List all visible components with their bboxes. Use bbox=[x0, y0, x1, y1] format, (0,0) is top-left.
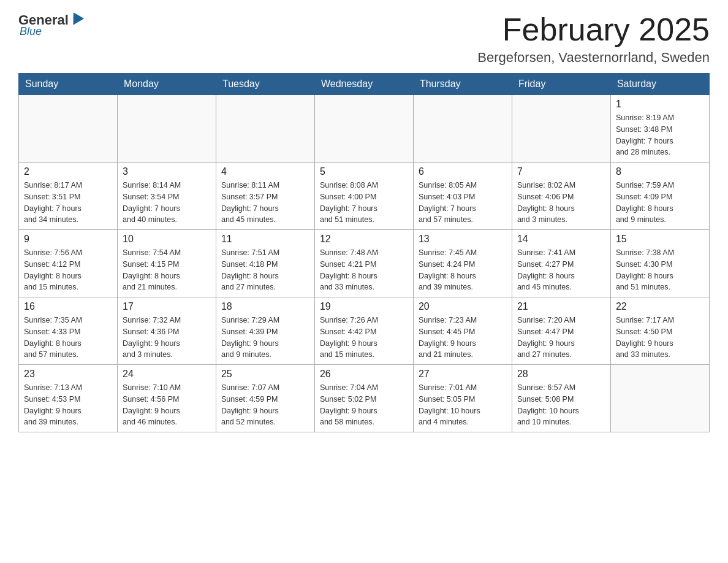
calendar-cell: 28Sunrise: 6:57 AM Sunset: 5:08 PM Dayli… bbox=[512, 365, 610, 432]
day-info: Sunrise: 7:17 AM Sunset: 4:50 PM Dayligh… bbox=[616, 315, 704, 361]
week-row-5: 23Sunrise: 7:13 AM Sunset: 4:53 PM Dayli… bbox=[19, 365, 710, 432]
day-info: Sunrise: 7:35 AM Sunset: 4:33 PM Dayligh… bbox=[24, 315, 112, 361]
week-row-1: 1Sunrise: 8:19 AM Sunset: 3:48 PM Daylig… bbox=[19, 95, 710, 163]
week-row-4: 16Sunrise: 7:35 AM Sunset: 4:33 PM Dayli… bbox=[19, 297, 710, 365]
day-number: 26 bbox=[320, 369, 408, 380]
day-number: 25 bbox=[221, 369, 309, 380]
day-header-friday: Friday bbox=[512, 74, 610, 95]
day-header-thursday: Thursday bbox=[413, 74, 512, 95]
day-number: 17 bbox=[123, 301, 211, 312]
location-text: Bergeforsen, Vaesternorrland, Sweden bbox=[477, 50, 710, 66]
day-number: 16 bbox=[24, 301, 112, 312]
day-info: Sunrise: 7:48 AM Sunset: 4:21 PM Dayligh… bbox=[320, 247, 408, 293]
calendar-table: SundayMondayTuesdayWednesdayThursdayFrid… bbox=[18, 73, 710, 432]
day-number: 12 bbox=[320, 234, 408, 245]
day-info: Sunrise: 7:26 AM Sunset: 4:42 PM Dayligh… bbox=[320, 315, 408, 361]
calendar-cell: 13Sunrise: 7:45 AM Sunset: 4:24 PM Dayli… bbox=[413, 230, 512, 297]
day-info: Sunrise: 7:13 AM Sunset: 4:53 PM Dayligh… bbox=[24, 382, 112, 428]
day-info: Sunrise: 7:29 AM Sunset: 4:39 PM Dayligh… bbox=[221, 315, 309, 361]
day-number: 24 bbox=[123, 369, 211, 380]
calendar-cell bbox=[413, 95, 512, 163]
calendar-cell: 4Sunrise: 8:11 AM Sunset: 3:57 PM Daylig… bbox=[216, 163, 314, 230]
day-number: 11 bbox=[221, 234, 309, 245]
month-title: February 2025 bbox=[477, 12, 710, 47]
day-number: 5 bbox=[320, 166, 408, 177]
calendar-cell: 27Sunrise: 7:01 AM Sunset: 5:05 PM Dayli… bbox=[413, 365, 512, 432]
calendar-cell: 3Sunrise: 8:14 AM Sunset: 3:54 PM Daylig… bbox=[117, 163, 216, 230]
day-number: 6 bbox=[419, 166, 507, 177]
calendar-cell: 19Sunrise: 7:26 AM Sunset: 4:42 PM Dayli… bbox=[314, 297, 413, 365]
day-number: 10 bbox=[123, 234, 211, 245]
day-number: 27 bbox=[419, 369, 507, 380]
calendar-cell: 9Sunrise: 7:56 AM Sunset: 4:12 PM Daylig… bbox=[19, 230, 118, 297]
week-row-2: 2Sunrise: 8:17 AM Sunset: 3:51 PM Daylig… bbox=[19, 163, 710, 230]
day-info: Sunrise: 8:19 AM Sunset: 3:48 PM Dayligh… bbox=[616, 112, 704, 158]
day-number: 15 bbox=[616, 234, 704, 245]
calendar-cell bbox=[216, 95, 314, 163]
day-info: Sunrise: 8:11 AM Sunset: 3:57 PM Dayligh… bbox=[221, 180, 309, 226]
calendar-cell: 2Sunrise: 8:17 AM Sunset: 3:51 PM Daylig… bbox=[19, 163, 118, 230]
day-number: 9 bbox=[24, 234, 112, 245]
calendar-cell: 24Sunrise: 7:10 AM Sunset: 4:56 PM Dayli… bbox=[117, 365, 216, 432]
day-number: 22 bbox=[616, 301, 704, 312]
calendar-cell: 8Sunrise: 7:59 AM Sunset: 4:09 PM Daylig… bbox=[610, 163, 709, 230]
calendar-cell: 10Sunrise: 7:54 AM Sunset: 4:15 PM Dayli… bbox=[117, 230, 216, 297]
day-header-saturday: Saturday bbox=[610, 74, 709, 95]
day-info: Sunrise: 7:07 AM Sunset: 4:59 PM Dayligh… bbox=[221, 382, 309, 428]
calendar-cell: 15Sunrise: 7:38 AM Sunset: 4:30 PM Dayli… bbox=[610, 230, 709, 297]
day-info: Sunrise: 7:51 AM Sunset: 4:18 PM Dayligh… bbox=[221, 247, 309, 293]
day-info: Sunrise: 7:54 AM Sunset: 4:15 PM Dayligh… bbox=[123, 247, 211, 293]
day-info: Sunrise: 7:56 AM Sunset: 4:12 PM Dayligh… bbox=[24, 247, 112, 293]
day-info: Sunrise: 6:57 AM Sunset: 5:08 PM Dayligh… bbox=[517, 382, 605, 428]
day-info: Sunrise: 8:08 AM Sunset: 4:00 PM Dayligh… bbox=[320, 180, 408, 226]
calendar-cell bbox=[314, 95, 413, 163]
day-info: Sunrise: 8:14 AM Sunset: 3:54 PM Dayligh… bbox=[123, 180, 211, 226]
day-number: 3 bbox=[123, 166, 211, 177]
day-number: 8 bbox=[616, 166, 704, 177]
day-number: 13 bbox=[419, 234, 507, 245]
title-section: February 2025 Bergeforsen, Vaesternorrla… bbox=[477, 12, 710, 66]
calendar-cell: 11Sunrise: 7:51 AM Sunset: 4:18 PM Dayli… bbox=[216, 230, 314, 297]
day-info: Sunrise: 8:17 AM Sunset: 3:51 PM Dayligh… bbox=[24, 180, 112, 226]
calendar-cell: 12Sunrise: 7:48 AM Sunset: 4:21 PM Dayli… bbox=[314, 230, 413, 297]
day-info: Sunrise: 8:02 AM Sunset: 4:06 PM Dayligh… bbox=[517, 180, 605, 226]
calendar-cell bbox=[610, 365, 709, 432]
day-info: Sunrise: 7:41 AM Sunset: 4:27 PM Dayligh… bbox=[517, 247, 605, 293]
calendar-cell bbox=[19, 95, 118, 163]
day-info: Sunrise: 7:10 AM Sunset: 4:56 PM Dayligh… bbox=[123, 382, 211, 428]
day-number: 18 bbox=[221, 301, 309, 312]
calendar-cell: 25Sunrise: 7:07 AM Sunset: 4:59 PM Dayli… bbox=[216, 365, 314, 432]
calendar-cell: 14Sunrise: 7:41 AM Sunset: 4:27 PM Dayli… bbox=[512, 230, 610, 297]
day-header-tuesday: Tuesday bbox=[216, 74, 314, 95]
day-info: Sunrise: 7:45 AM Sunset: 4:24 PM Dayligh… bbox=[419, 247, 507, 293]
calendar-cell: 26Sunrise: 7:04 AM Sunset: 5:02 PM Dayli… bbox=[314, 365, 413, 432]
calendar-cell: 1Sunrise: 8:19 AM Sunset: 3:48 PM Daylig… bbox=[610, 95, 709, 163]
page-header: General Blue February 2025 Bergeforsen, … bbox=[18, 12, 710, 66]
day-number: 4 bbox=[221, 166, 309, 177]
calendar-cell: 6Sunrise: 8:05 AM Sunset: 4:03 PM Daylig… bbox=[413, 163, 512, 230]
day-number: 19 bbox=[320, 301, 408, 312]
day-info: Sunrise: 8:05 AM Sunset: 4:03 PM Dayligh… bbox=[419, 180, 507, 226]
day-info: Sunrise: 7:04 AM Sunset: 5:02 PM Dayligh… bbox=[320, 382, 408, 428]
day-number: 28 bbox=[517, 369, 605, 380]
calendar-cell: 5Sunrise: 8:08 AM Sunset: 4:00 PM Daylig… bbox=[314, 163, 413, 230]
calendar-cell bbox=[117, 95, 216, 163]
day-number: 7 bbox=[517, 166, 605, 177]
calendar-cell: 17Sunrise: 7:32 AM Sunset: 4:36 PM Dayli… bbox=[117, 297, 216, 365]
logo-blue-text: Blue bbox=[20, 25, 42, 38]
calendar-cell: 20Sunrise: 7:23 AM Sunset: 4:45 PM Dayli… bbox=[413, 297, 512, 365]
day-header-wednesday: Wednesday bbox=[314, 74, 413, 95]
day-info: Sunrise: 7:59 AM Sunset: 4:09 PM Dayligh… bbox=[616, 180, 704, 226]
day-header-monday: Monday bbox=[117, 74, 216, 95]
day-number: 21 bbox=[517, 301, 605, 312]
logo: General Blue bbox=[18, 12, 83, 38]
day-number: 23 bbox=[24, 369, 112, 380]
day-number: 1 bbox=[616, 99, 704, 110]
calendar-header-row: SundayMondayTuesdayWednesdayThursdayFrid… bbox=[19, 74, 710, 95]
calendar-cell bbox=[512, 95, 610, 163]
day-number: 14 bbox=[517, 234, 605, 245]
week-row-3: 9Sunrise: 7:56 AM Sunset: 4:12 PM Daylig… bbox=[19, 230, 710, 297]
calendar-cell: 16Sunrise: 7:35 AM Sunset: 4:33 PM Dayli… bbox=[19, 297, 118, 365]
calendar-cell: 7Sunrise: 8:02 AM Sunset: 4:06 PM Daylig… bbox=[512, 163, 610, 230]
day-info: Sunrise: 7:01 AM Sunset: 5:05 PM Dayligh… bbox=[419, 382, 507, 428]
